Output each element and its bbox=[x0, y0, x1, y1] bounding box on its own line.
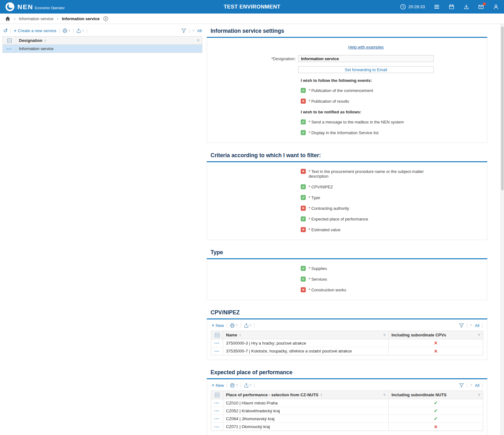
place-row[interactable]: ●●● CZ052 | Královéhradecký kraj bbox=[211, 407, 483, 415]
place-row[interactable]: ●●● CZ071 | Olomoucký kraj bbox=[211, 423, 483, 431]
printer-icon bbox=[62, 28, 67, 33]
checkbox-checked-icon[interactable] bbox=[301, 130, 306, 135]
notification-option: * Display in the Information Service lis… bbox=[301, 130, 487, 135]
place-row[interactable]: ●●● CZ010 | Hlavní město Praha bbox=[211, 399, 483, 407]
filter-preset-caret-icon[interactable]: ▽ bbox=[470, 324, 472, 327]
sort-asc-icon[interactable]: ↑ bbox=[44, 38, 46, 43]
service-name: Information service bbox=[19, 46, 54, 51]
create-service-link[interactable]: + Create a new service bbox=[14, 28, 56, 33]
subordinate-column-header[interactable]: Including subordinate NUTS ▽ bbox=[388, 391, 483, 399]
brand: NEN Economic Operator bbox=[17, 3, 65, 10]
new-button[interactable]: + New bbox=[211, 323, 224, 328]
filter-icon[interactable] bbox=[181, 28, 186, 33]
export-button[interactable]: ▽ bbox=[244, 323, 252, 328]
checkbox-checked-icon[interactable] bbox=[301, 184, 306, 189]
all-filter-link[interactable]: All bbox=[475, 323, 479, 328]
row-menu-icon[interactable]: ●●● bbox=[214, 426, 220, 428]
download-icon[interactable] bbox=[463, 4, 469, 10]
checkbox-label: * Construction works bbox=[309, 288, 346, 292]
checkbox-unchecked-icon[interactable] bbox=[301, 227, 306, 232]
sort-asc-icon[interactable]: ↑ bbox=[320, 393, 322, 397]
user-icon[interactable] bbox=[493, 4, 499, 10]
all-filter-link[interactable]: All bbox=[197, 28, 202, 33]
sort-asc-icon[interactable]: ↑ bbox=[239, 333, 241, 337]
row-menu-icon[interactable]: ●●● bbox=[214, 418, 220, 420]
filter-icon[interactable] bbox=[459, 383, 464, 388]
row-menu-icon[interactable]: ●●● bbox=[214, 342, 220, 344]
checkbox-checked-icon[interactable] bbox=[301, 216, 306, 221]
service-row[interactable]: ●●● Information service bbox=[3, 45, 202, 53]
set-forwarding-button[interactable]: Set forwarding to Email bbox=[298, 66, 434, 73]
new-button[interactable]: + New bbox=[211, 383, 224, 388]
filter-icon[interactable] bbox=[459, 323, 464, 328]
checkbox-unchecked-icon[interactable] bbox=[301, 99, 306, 104]
section-title: Expected place of performance bbox=[207, 369, 487, 378]
designation-input[interactable] bbox=[298, 55, 434, 62]
name-column-header[interactable]: Name ↑ ▽ bbox=[223, 331, 388, 339]
cpv-row[interactable]: ●●● 37500000-3 | Hry a hračky; pouťové a… bbox=[211, 339, 483, 347]
column-filter-caret-icon[interactable]: ▽ bbox=[384, 334, 385, 336]
print-button[interactable]: ▽ bbox=[230, 383, 238, 388]
menu-icon[interactable] bbox=[433, 4, 440, 10]
all-filter-link[interactable]: All bbox=[475, 383, 479, 388]
row-menu-icon[interactable]: ●●● bbox=[214, 350, 220, 352]
row-menu-icon[interactable]: ●●● bbox=[214, 402, 220, 404]
checkbox-checked-icon[interactable] bbox=[301, 266, 306, 271]
place-column-header[interactable]: Place of performance - selection from CZ… bbox=[223, 391, 388, 399]
export-button[interactable]: ▽ bbox=[76, 28, 84, 33]
section-service-settings: Information service settings Help with e… bbox=[207, 27, 487, 143]
checkbox-unchecked-icon[interactable] bbox=[301, 169, 306, 174]
column-title: Place of performance - selection from CZ… bbox=[226, 392, 318, 397]
printer-icon bbox=[230, 383, 235, 388]
scrollbar-thumb[interactable] bbox=[501, 26, 504, 190]
checkbox-label: * Display in the Information Service lis… bbox=[309, 130, 379, 135]
separator bbox=[227, 323, 227, 328]
home-icon[interactable] bbox=[5, 16, 10, 21]
services-list-panel: ↺ + Create a new service ▽ ▽ ▽ bbox=[3, 27, 202, 53]
filter-preset-caret-icon[interactable]: ▽ bbox=[192, 30, 194, 32]
help-link[interactable]: Help with examples bbox=[348, 45, 384, 49]
place-toolbar: + New ▽ ▽ bbox=[211, 382, 483, 391]
place-row[interactable]: ●●● CZ064 | Jihomoravský kraj bbox=[211, 415, 483, 423]
checkbox-checked-icon[interactable] bbox=[301, 88, 306, 93]
check-icon bbox=[433, 408, 439, 414]
export-button[interactable]: ▽ bbox=[244, 383, 252, 388]
criteria-option: * Text in the procurement procedure name… bbox=[301, 169, 487, 179]
column-filter-caret-icon[interactable]: ▽ bbox=[384, 394, 385, 396]
mail-icon[interactable] bbox=[478, 4, 484, 10]
checkbox-label: * Supplies bbox=[309, 266, 327, 271]
calendar-icon[interactable] bbox=[448, 4, 455, 10]
designation-column-header[interactable]: Designation ↑ ▽ bbox=[16, 37, 202, 44]
column-settings-icon[interactable] bbox=[211, 391, 223, 399]
subordinate-column-header[interactable]: Including subordinate CPVs ▽ bbox=[388, 331, 483, 339]
checkbox-unchecked-icon[interactable] bbox=[301, 206, 306, 211]
notification-option: * Send a message to the mailbox in the N… bbox=[301, 120, 487, 124]
checkbox-checked-icon[interactable] bbox=[301, 195, 306, 200]
column-settings-icon[interactable] bbox=[211, 331, 223, 339]
checkbox-checked-icon[interactable] bbox=[301, 119, 306, 124]
filter-preset-caret-icon[interactable]: ▽ bbox=[470, 384, 472, 386]
print-button[interactable]: ▽ bbox=[62, 28, 70, 33]
column-filter-caret-icon[interactable]: ▽ bbox=[478, 394, 480, 396]
criteria-option: * Expected place of performance bbox=[301, 217, 487, 221]
breadcrumb-item[interactable]: Information service bbox=[19, 16, 54, 21]
caret-down-icon: ▽ bbox=[250, 324, 252, 327]
share-icon bbox=[244, 323, 249, 328]
close-tab-icon[interactable] bbox=[103, 16, 108, 21]
checkbox-unchecked-icon[interactable] bbox=[301, 287, 306, 292]
refresh-icon[interactable]: ↺ bbox=[3, 28, 8, 33]
column-settings-icon[interactable] bbox=[3, 37, 16, 44]
separator bbox=[59, 28, 60, 33]
printer-icon bbox=[230, 323, 235, 328]
row-menu-icon[interactable]: ●●● bbox=[7, 48, 12, 50]
cpv-row[interactable]: ●●● 37535000-7 | Kolotoče, houpačky, stř… bbox=[211, 347, 483, 355]
detail-panel: Information service settings Help with e… bbox=[207, 27, 487, 435]
column-filter-caret-icon[interactable]: ▽ bbox=[478, 334, 480, 336]
app-header: NEN Economic Operator TEST ENVIRONMENT 2… bbox=[0, 0, 504, 14]
column-filter-caret-icon[interactable]: ▽ bbox=[197, 39, 199, 42]
row-menu-icon[interactable]: ●●● bbox=[214, 410, 220, 412]
cross-icon bbox=[433, 348, 439, 354]
brand-name: NEN bbox=[17, 3, 33, 10]
checkbox-checked-icon[interactable] bbox=[301, 277, 306, 282]
print-button[interactable]: ▽ bbox=[230, 323, 238, 328]
